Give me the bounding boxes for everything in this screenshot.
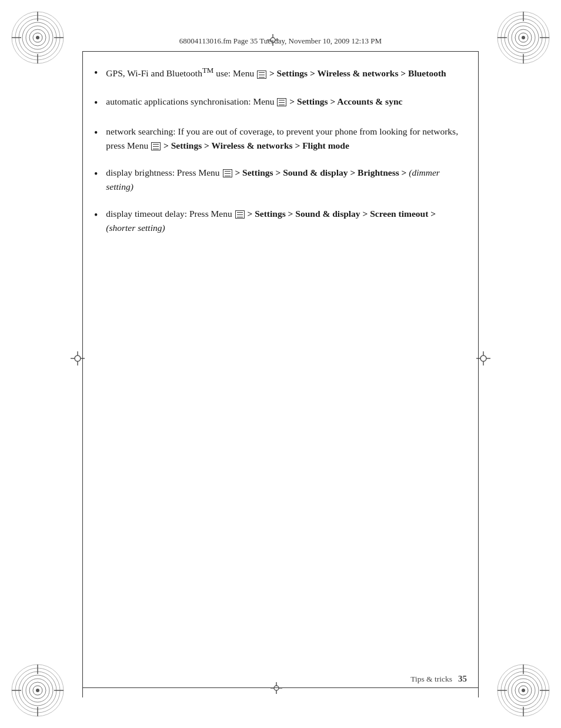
corner-decoration-br — [496, 663, 550, 717]
crosshair-header-left — [267, 34, 279, 46]
menu-icon — [257, 71, 266, 79]
header-text: 68004113016.fm Page 35 Tuesday, November… — [179, 36, 382, 46]
footer-section: Tips & tricks — [410, 675, 452, 684]
menu-icon — [151, 142, 161, 150]
footer-page-number: 35 — [458, 674, 467, 684]
corner-decoration-tr — [496, 11, 550, 65]
bullet-text: automatic applications synchronisation: … — [106, 95, 467, 109]
footer: Tips & tricks 35 — [94, 674, 467, 684]
corner-decoration-bl — [11, 663, 65, 717]
menu-icon — [235, 210, 245, 219]
svg-point-48 — [75, 355, 81, 361]
left-border — [82, 31, 83, 697]
list-item: • network searching: If you are out of c… — [94, 125, 467, 153]
main-content: • GPS, Wi-Fi and BluetoothTM use: Menu >… — [94, 65, 467, 657]
svg-point-53 — [480, 355, 486, 361]
list-item: • display brightness: Press Menu > Setti… — [94, 166, 467, 194]
bullet-dot: • — [94, 166, 98, 183]
svg-point-19 — [522, 36, 525, 39]
bullet-text: GPS, Wi-Fi and BluetoothTM use: Menu > S… — [106, 65, 467, 80]
bullet-dot: • — [94, 125, 98, 142]
list-item: • display timeout delay: Press Menu > Se… — [94, 207, 467, 235]
corner-decoration-tl — [11, 11, 65, 65]
svg-point-31 — [36, 689, 39, 692]
svg-point-43 — [522, 689, 525, 692]
menu-icon — [277, 98, 286, 106]
svg-point-63 — [274, 686, 279, 690]
bullet-text: display brightness: Press Menu > Setting… — [106, 166, 467, 194]
menu-icon — [223, 169, 232, 177]
bullet-dot: • — [94, 65, 98, 82]
header-bar: 68004113016.fm Page 35 Tuesday, November… — [82, 31, 479, 52]
bullet-list: • GPS, Wi-Fi and BluetoothTM use: Menu >… — [94, 65, 467, 235]
svg-point-58 — [271, 38, 275, 42]
crosshair-bottom-center — [271, 682, 282, 694]
bullet-text: display timeout delay: Press Menu > Sett… — [106, 207, 467, 235]
list-item: • GPS, Wi-Fi and BluetoothTM use: Menu >… — [94, 65, 467, 82]
svg-point-7 — [36, 36, 39, 39]
right-border — [478, 31, 479, 697]
bullet-dot: • — [94, 207, 98, 224]
bullet-text: network searching: If you are out of cov… — [106, 125, 467, 153]
bullet-dot: • — [94, 95, 98, 112]
list-item: • automatic applications synchronisation… — [94, 95, 467, 112]
